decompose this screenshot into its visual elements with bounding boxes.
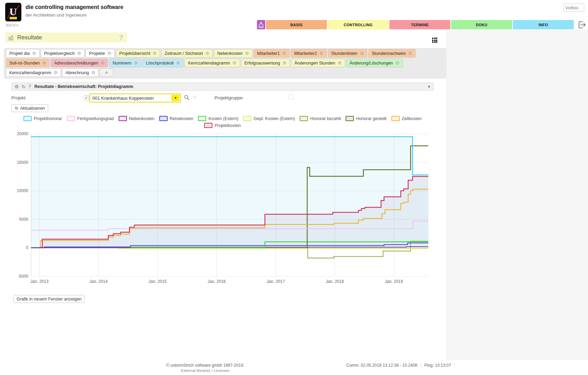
workspace-tab-projekt-bersicht[interactable]: Projektübersicht⚙ <box>116 49 160 58</box>
legend-label: Zeitkosten <box>402 116 422 121</box>
tab-settings-gear-icon[interactable]: ⚙ <box>54 70 58 75</box>
legend-label: Gepl. Kosten (Extern) <box>253 116 295 121</box>
svg-text:Jan. 2014: Jan. 2014 <box>89 279 108 284</box>
tab-label: Zeitraum / Stichwort <box>165 51 203 56</box>
workspace-tab-zeitraum-stichwort[interactable]: Zeitraum / Stichwort⚙ <box>161 49 213 58</box>
tab-settings-gear-icon[interactable]: ⚙ <box>205 51 209 56</box>
legend-item-nebenkosten: Nebenkosten <box>119 116 155 121</box>
legend-label: Kosten (Extern) <box>208 116 238 121</box>
workspace-tab-adressbeschreibungen[interactable]: Adressbeschreibungen⚙ <box>51 59 108 67</box>
workspace-tab-nderungen-stunden[interactable]: Änderungen Stunden⚙ <box>291 59 345 67</box>
tab-settings-gear-icon[interactable]: ⚙ <box>282 61 287 65</box>
tab-settings-gear-icon[interactable]: ⚙ <box>395 61 399 65</box>
project-select-arrow-icon[interactable]: ▼ <box>171 95 180 101</box>
project-checkbox[interactable]: ✓ <box>84 95 89 100</box>
tab-label: Stundenlisten <box>331 51 358 56</box>
project-select[interactable]: 001 Krankenhaus Koppenstein ▼ <box>89 93 181 102</box>
reload-icon[interactable]: ↻ <box>22 84 26 89</box>
main-menu-button[interactable] <box>257 20 265 29</box>
legend-item-honorar-gestellt: Honorar gestellt <box>346 116 386 121</box>
refresh-icon: ↻ <box>15 106 18 111</box>
workspace-tab-nebenkosten[interactable]: Nebenkosten⚙ <box>214 49 252 58</box>
help-icon[interactable]: ? <box>119 34 123 41</box>
toolbar-help-icon[interactable]: ? <box>28 84 31 89</box>
apps-grid-icon[interactable] <box>432 38 438 43</box>
app-window: U die controlling management software de… <box>0 0 588 375</box>
tab-settings-gear-icon[interactable]: ⚙ <box>338 61 342 65</box>
nav-tab-basis[interactable]: BASIS <box>266 20 327 29</box>
workspace-tab-l-schprotokoll[interactable]: Löschprotokoll⚙ <box>142 59 183 67</box>
svg-text:Jan. 2013: Jan. 2013 <box>30 279 49 284</box>
legend-label: Honorar bezahlt <box>310 116 341 121</box>
workspace-tab-stundennachweis[interactable]: Stundennachweis⚙ <box>368 49 416 58</box>
module-title: Resultate - Betriebswirtschaft: Projektd… <box>34 84 133 89</box>
tab-settings-gear-icon[interactable]: ⚙ <box>282 51 286 56</box>
workspace-tab-nderung-l-schungen[interactable]: Änderung/Löschungen⚙ <box>346 59 403 67</box>
workspace-tab-kennzahlendiagramm[interactable]: Kennzahlendiagramm⚙ <box>185 59 240 67</box>
nav-tab-termine[interactable]: TERMINE <box>389 20 450 29</box>
project-select-value: 001 Krankenhaus Koppenstein <box>92 96 171 101</box>
logout-button[interactable] <box>577 20 586 29</box>
tab-settings-gear-icon[interactable]: ⚙ <box>319 51 323 56</box>
tab-settings-gear-icon[interactable]: ⚙ <box>134 61 138 65</box>
tab-settings-gear-icon[interactable]: ⚙ <box>91 70 96 75</box>
tab-settings-gear-icon[interactable]: ⚙ <box>245 51 249 56</box>
settings-gear-icon[interactable]: ⚙ <box>14 84 19 89</box>
legend-item-zeitkosten: Zeitkosten <box>391 116 422 121</box>
tab-label: Projektübersicht <box>119 51 150 56</box>
refresh-button[interactable]: ↻ Aktualisieren <box>11 104 48 112</box>
workspace-tab-kennzahlendiagramm[interactable]: Kennzahlendiagramm⚙ <box>6 68 61 77</box>
app-subtitle: der Architekten und Ingenieure <box>26 12 87 18</box>
nav-tab-info[interactable]: INFO <box>513 20 574 29</box>
tab-settings-gear-icon[interactable]: ⚙ <box>232 61 237 65</box>
svg-text:Jan. 2017: Jan. 2017 <box>267 279 285 284</box>
app-title: die controlling management software <box>26 4 123 10</box>
tab-settings-gear-icon[interactable]: ⚙ <box>32 51 36 56</box>
section-header: Resultate ? <box>5 32 127 42</box>
page-title: Resultate <box>17 34 42 41</box>
collapse-caret-icon[interactable]: ▼ <box>427 85 431 89</box>
fulltext-search-input[interactable] <box>564 3 584 12</box>
tab-settings-gear-icon[interactable]: ⚙ <box>176 61 180 65</box>
svg-text:Jan. 2018: Jan. 2018 <box>326 279 344 284</box>
tab-settings-gear-icon[interactable]: ⚙ <box>107 51 111 56</box>
open-in-new-window-button[interactable]: Grafik in neuem Fenster anzeigen <box>13 295 84 303</box>
workspace-tab-erfolgsauswertung[interactable]: Erfolgsauswertung⚙ <box>241 59 290 67</box>
add-tab-button[interactable]: + <box>100 68 113 77</box>
workspace-tab-mitarbeiter1[interactable]: Mitarbeiter1⚙ <box>253 49 290 58</box>
workspace-tab-abrechnung[interactable]: Abrechnung⚙ <box>62 68 99 77</box>
legend-label: Projektkosten <box>215 123 241 128</box>
legend-swatch <box>119 116 127 121</box>
module-toolbar: ⚙ ↻ ? Resultate - Betriebswirtschaft: Pr… <box>11 82 434 91</box>
workspace-tab-projektvergleich[interactable]: Projektvergleich⚙ <box>41 49 85 58</box>
workspace-tab-projekt-dia[interactable]: Projekt dia⚙ <box>6 49 40 58</box>
legend-swatch <box>391 116 400 121</box>
project-group-checkbox[interactable] <box>289 95 294 100</box>
tab-settings-gear-icon[interactable]: ⚙ <box>360 51 364 56</box>
workspace-tab-stundenlisten[interactable]: Stundenlisten⚙ <box>328 49 367 58</box>
nav-tab-controlling[interactable]: CONTROLLING <box>328 20 389 29</box>
tab-settings-gear-icon[interactable]: ⚙ <box>42 61 46 65</box>
tab-settings-gear-icon[interactable]: ⚙ <box>152 51 157 56</box>
project-search-button[interactable] <box>184 95 190 102</box>
tab-label: Nummern <box>112 61 131 66</box>
favorite-star-icon[interactable]: ☆ <box>192 94 197 100</box>
workspace-tab-projekte[interactable]: Projekte⚙ <box>86 49 115 58</box>
nav-tab-doku[interactable]: DOKU <box>451 20 512 29</box>
tab-label: Nebenkosten <box>217 51 243 56</box>
cloche-icon <box>258 21 264 28</box>
tab-label: Erfolgsauswertung <box>245 61 280 66</box>
legend-swatch <box>204 123 212 128</box>
workspace-tab-nummern[interactable]: Nummern⚙ <box>109 59 141 67</box>
legend-label: Reisekosten <box>170 116 193 121</box>
svg-text:0: 0 <box>26 245 28 250</box>
workspace-tab-mitarbeiter2[interactable]: Mitarbeiter2⚙ <box>291 49 327 58</box>
tab-settings-gear-icon[interactable]: ⚙ <box>77 51 81 56</box>
tab-settings-gear-icon[interactable]: ⚙ <box>408 51 412 56</box>
svg-text:15000: 15000 <box>17 160 29 165</box>
tab-settings-gear-icon[interactable]: ⚙ <box>101 61 105 65</box>
workspace-tab-soll-ist-stunden[interactable]: Soll-ist-Stunden⚙ <box>6 59 50 67</box>
tab-label: Änderung/Löschungen <box>350 61 393 66</box>
project-label: Projekt: <box>11 95 27 100</box>
licenses-link[interactable]: External libraries / Licenses <box>131 368 279 373</box>
